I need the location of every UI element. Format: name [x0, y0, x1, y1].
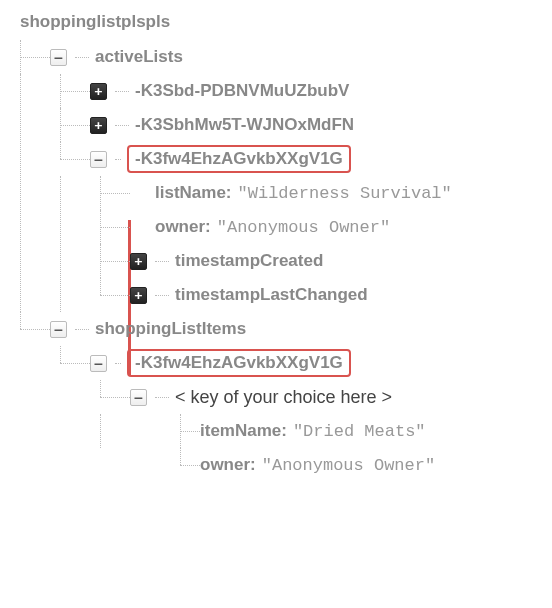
node-shoppingListItems[interactable]: shoppingListItems: [95, 319, 246, 339]
key-owner: owner:: [155, 217, 211, 237]
node-activeLists[interactable]: activeLists: [95, 47, 183, 67]
key-placeholder[interactable]: < key of your choice here >: [175, 387, 392, 408]
list-id-0[interactable]: -K3Sbd-PDBNVMuUZbubV: [135, 81, 349, 101]
val-listName: "Wilderness Survival": [238, 184, 452, 203]
list-id-2-boxed[interactable]: -K3fw4EhzAGvkbXXgV1G: [127, 145, 351, 173]
minus-icon[interactable]: –: [50, 49, 67, 66]
plus-icon[interactable]: +: [90, 83, 107, 100]
minus-icon[interactable]: –: [130, 389, 147, 406]
plus-icon[interactable]: +: [130, 253, 147, 270]
val-owner2: "Anonymous Owner": [262, 456, 435, 475]
minus-icon[interactable]: –: [50, 321, 67, 338]
node-timestampLastChanged[interactable]: timestampLastChanged: [175, 285, 368, 305]
list-id-1[interactable]: -K3SbhMw5T-WJNOxMdFN: [135, 115, 354, 135]
key-owner2: owner:: [200, 455, 256, 475]
minus-icon[interactable]: –: [90, 355, 107, 372]
sli-id-boxed[interactable]: -K3fw4EhzAGvkbXXgV1G: [127, 349, 351, 377]
val-owner: "Anonymous Owner": [217, 218, 390, 237]
root-node-label: shoppinglistplspls: [20, 12, 542, 32]
plus-icon[interactable]: +: [130, 287, 147, 304]
plus-icon[interactable]: +: [90, 117, 107, 134]
key-itemName: itemName:: [200, 421, 287, 441]
val-itemName: "Dried Meats": [293, 422, 426, 441]
minus-icon[interactable]: –: [90, 151, 107, 168]
node-timestampCreated[interactable]: timestampCreated: [175, 251, 323, 271]
key-listName: listName:: [155, 183, 232, 203]
